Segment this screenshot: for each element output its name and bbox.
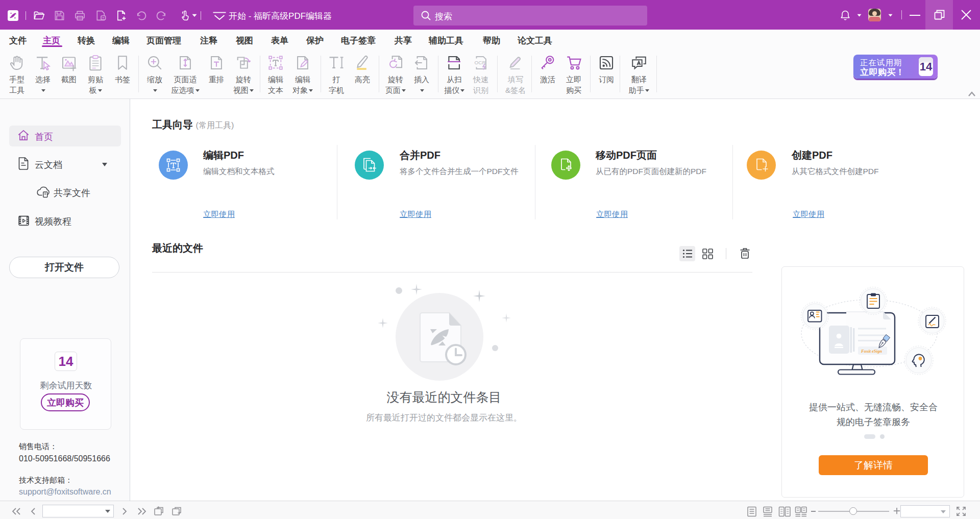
svg-text:Foxit eSign: Foxit eSign [861,349,882,354]
